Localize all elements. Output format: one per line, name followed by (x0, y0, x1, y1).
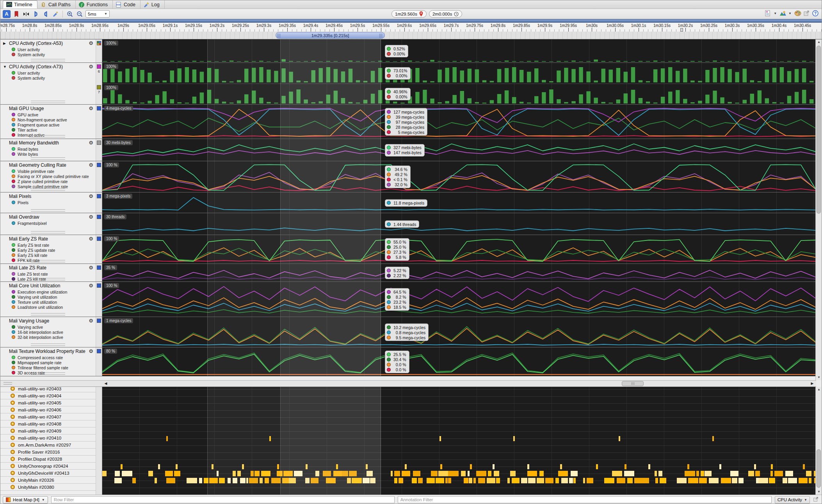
zoom-in-icon[interactable] (66, 10, 74, 18)
time-selection-bar[interactable]: 1m29.335s [0.215s] (276, 32, 385, 39)
chart-canvas-overdraw[interactable]: 30 threads1.44 threads (102, 213, 816, 235)
bookmark-icon[interactable] (12, 10, 20, 18)
zoom-out-icon[interactable] (76, 10, 84, 18)
chart-type-swatch[interactable] (97, 194, 101, 198)
thread-row[interactable]: mali-utility-wo #20403 (0, 387, 96, 392)
heat-map-mode-select[interactable]: Heat Map [H] ▼ (3, 496, 48, 504)
scroll-thumb[interactable] (817, 449, 821, 488)
chart-track[interactable]: 3 mega-pixels11.8 mega-pixels (102, 192, 816, 213)
chart-settings-gear-icon[interactable]: ⚙ (89, 214, 93, 219)
chart-track[interactable]: 1 mega-cycles10.2 mega-cycles0.8 mega-cy… (102, 317, 816, 347)
core-color-swatch[interactable] (97, 85, 101, 89)
chart-sidebar-cpu-a53[interactable]: ▶CPU Activity (Cortex-A53)⚙User activity… (0, 39, 96, 62)
thread-row[interactable]: Profiler.Dispat #20328 (0, 456, 96, 463)
tab-log[interactable]: Log (141, 0, 165, 9)
chart-settings-gear-icon[interactable]: ⚙ (89, 106, 93, 111)
chart-canvas-memory-bandwidth[interactable]: 30 mebi-bytes327 mebi-bytes147 mebi-byte… (102, 139, 816, 161)
chart-type-swatch[interactable] (97, 319, 101, 323)
help-icon[interactable]: ? (812, 10, 818, 16)
chart-settings-gear-icon[interactable]: ⚙ (89, 140, 93, 145)
time-ruler[interactable]: 1m28.75s1m28.8s1m28.85s1m28.9s1m28.95s1m… (0, 23, 822, 32)
chart-settings-gear-icon[interactable]: ⚙ (89, 162, 93, 167)
tab-timeline[interactable]: Timeline (3, 0, 37, 9)
export-chart-icon[interactable] (813, 497, 819, 503)
selection-grip-right[interactable] (379, 34, 383, 38)
collapse-regions-icon[interactable] (22, 10, 30, 18)
chart-sidebar-early-zs[interactable]: Mali Early ZS Rate⚙Early ZS test rateEar… (0, 235, 96, 264)
prev-marker-icon[interactable] (32, 10, 40, 18)
chart-sidebar-pixels[interactable]: Mali Pixels⚙Pixels (0, 192, 96, 213)
chart-track[interactable]: 30 threads1.44 threads (102, 213, 816, 235)
chart-track[interactable]: 100 %34.6 %49.2 %< 0.1 %32.0 % (102, 161, 816, 192)
horizontal-scrollbar[interactable]: ◀ ▶ (0, 380, 816, 387)
chart-sidebar-gpu-usage[interactable]: Mali GPU Usage⚙GPU activeNon-fragment qu… (0, 105, 96, 139)
chart-track[interactable]: 35 %5.22 %2.22 % (102, 264, 816, 281)
scroll-down-arrow[interactable]: ▼ (816, 375, 822, 380)
charts-vertical-scrollbar[interactable]: ▲ ▼ (815, 39, 822, 380)
chart-type-swatch[interactable] (97, 215, 101, 219)
chart-sidebar-core-unit[interactable]: Mali Core Unit Utilization⚙Execution eng… (0, 282, 96, 317)
annotation-filter-input[interactable] (398, 496, 772, 503)
core-color-swatch[interactable] (97, 64, 101, 69)
chart-type-swatch[interactable] (97, 265, 101, 270)
chart-type-swatch[interactable] (97, 283, 101, 288)
pane-splitter-handle[interactable] (4, 382, 12, 385)
thread-row[interactable]: mali-utility-wo #20408 (0, 420, 96, 427)
chart-track[interactable]: 30 mebi-bytes327 mebi-bytes147 mebi-byte… (102, 139, 816, 161)
chart-track[interactable]: 100%40.96%0.00% (102, 84, 816, 104)
chart-canvas-geometry-culling[interactable]: 100 %34.6 %49.2 %< 0.1 %32.0 % (102, 161, 816, 192)
chart-settings-gear-icon[interactable]: ⚙ (89, 194, 93, 199)
thread-row[interactable]: Profile Saver #20316 (0, 449, 96, 456)
thread-row[interactable]: UnityGfxDeviceW #20413 (0, 470, 96, 477)
chart-canvas-texture-workload[interactable]: 80 %25.5 %30.4 %0.0 %0.0 % (102, 347, 816, 376)
scroll-thumb[interactable] (622, 381, 644, 386)
chart-canvas-early-zs[interactable]: 100 %55.0 %25.0 %27.3 %5.8 % (102, 235, 816, 264)
chart-settings-gear-icon[interactable]: ⚙ (89, 283, 93, 288)
annotate-mode-button[interactable]: A (3, 10, 11, 18)
overview-scroll-bar[interactable] (0, 19, 822, 23)
chart-track[interactable]: 4 mega-cycles127 mega-cycles39 mega-cycl… (102, 105, 816, 139)
chart-sidebar-cpu-a73[interactable]: ▼CPU Activity (Cortex-A73)⚙User activity… (0, 63, 96, 104)
scroll-up-arrow[interactable]: ▲ (816, 39, 822, 45)
heat-map-source-select[interactable]: CPU Activity ▼ (775, 496, 810, 504)
chart-canvas-late-zs[interactable]: 35 %5.22 %2.22 % (102, 264, 816, 281)
expand-arrow-icon[interactable]: ▶ (3, 41, 6, 45)
selection-strip[interactable]: 1m29.335s [0.215s] (0, 32, 822, 39)
chart-canvas-cpu-a73[interactable]: 100%73.01%0.00%100%40.96%0.00% (102, 63, 816, 104)
palette-icon[interactable] (794, 10, 801, 16)
chart-canvas-cpu-a53[interactable]: 100%0.52%0.00% (102, 39, 816, 62)
scroll-thumb[interactable] (817, 46, 821, 214)
chart-settings-gear-icon[interactable]: ⚙ (89, 41, 93, 46)
chart-sidebar-memory-bandwidth[interactable]: Mali Memory Bandwidth⚙Read bytesWrite by… (0, 139, 96, 161)
tab-call-paths[interactable]: Call Paths (37, 0, 76, 9)
chart-style-icon[interactable] (779, 10, 786, 16)
tab-functions[interactable]: fFunctions (76, 0, 113, 9)
scroll-down-arrow[interactable]: ▼ (816, 489, 822, 495)
chart-settings-gear-icon[interactable]: ⚙ (89, 318, 93, 323)
chart-type-swatch[interactable] (97, 237, 101, 241)
chart-sidebar-overdraw[interactable]: Mali Overdraw⚙Fragments/pixel (0, 213, 96, 235)
chart-type-swatch[interactable] (97, 163, 101, 167)
chart-track[interactable]: 100 %64.5 %8.2 %23.2 %18.5 % (102, 282, 816, 317)
chart-settings-gear-icon[interactable]: ⚙ (89, 64, 93, 69)
chart-settings-gear-icon[interactable]: ⚙ (89, 349, 93, 354)
chart-sidebar-texture-workload[interactable]: Mali Texture Workload Property Rate⚙Comp… (0, 347, 96, 376)
chart-track[interactable]: 80 %25.5 %30.4 %0.0 %0.0 % (102, 347, 816, 376)
scroll-right-arrow[interactable]: ▶ (809, 381, 815, 386)
chart-settings-gear-icon[interactable]: ⚙ (89, 236, 93, 241)
chart-sidebar-varying-usage[interactable]: Mali Varying Usage⚙Varying active16-bit … (0, 317, 96, 347)
tab-code[interactable]: 010Code (113, 0, 141, 9)
chart-type-swatch[interactable] (97, 41, 101, 45)
scroll-left-arrow[interactable]: ◀ (103, 381, 109, 386)
chart-type-swatch[interactable] (97, 141, 101, 145)
chart-sidebar-geometry-culling[interactable]: Mali Geometry Culling Rate⚙Visible primi… (0, 161, 96, 192)
chart-canvas-pixels[interactable]: 3 mega-pixels11.8 mega-pixels (102, 192, 816, 213)
row-filter-input[interactable] (51, 496, 395, 503)
thread-heat-map[interactable] (102, 387, 816, 495)
chart-canvas-gpu-usage[interactable]: 4 mega-cycles127 mega-cycles39 mega-cycl… (102, 105, 816, 139)
chart-type-swatch[interactable] (97, 106, 101, 110)
report-options-icon[interactable] (765, 10, 771, 16)
chart-sidebar-late-zs[interactable]: Mali Late ZS Rate⚙Late ZS test rateLate … (0, 264, 96, 281)
thread-row[interactable]: mali-utility-wo #20407 (0, 413, 96, 420)
thread-row[interactable]: mali-utility-wo #20410 (0, 435, 96, 442)
